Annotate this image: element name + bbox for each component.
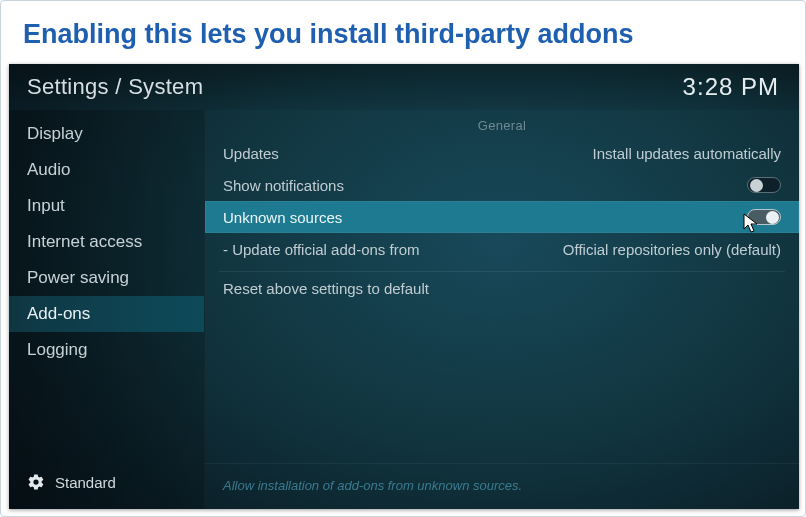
sidebar-item-audio[interactable]: Audio — [9, 152, 204, 188]
settings-level-button[interactable]: Standard — [9, 459, 204, 509]
section-title-general: General — [205, 110, 799, 137]
kodi-settings-window: Settings / System 3:28 PM Display Audio … — [9, 64, 799, 509]
sidebar-item-display[interactable]: Display — [9, 116, 204, 152]
row-update-official-addons[interactable]: - Update official add-ons from Official … — [205, 233, 799, 265]
settings-content: General Updates Install updates automati… — [205, 110, 799, 509]
sidebar-item-add-ons[interactable]: Add-ons — [9, 296, 204, 332]
breadcrumb[interactable]: Settings / System — [27, 74, 203, 100]
row-label: - Update official add-ons from — [223, 241, 420, 258]
toggle-unknown-sources[interactable] — [747, 209, 781, 225]
row-label: Reset above settings to default — [223, 280, 429, 297]
topbar: Settings / System 3:28 PM — [9, 64, 799, 110]
row-value: Official repositories only (default) — [563, 241, 781, 258]
sidebar: Display Audio Input Internet access Powe… — [9, 110, 205, 509]
clock: 3:28 PM — [683, 73, 779, 101]
sidebar-item-logging[interactable]: Logging — [9, 332, 204, 368]
settings-level-label: Standard — [55, 474, 116, 491]
toggle-show-notifications[interactable] — [747, 177, 781, 193]
sidebar-item-power-saving[interactable]: Power saving — [9, 260, 204, 296]
row-label: Show notifications — [223, 177, 344, 194]
row-reset-settings[interactable]: Reset above settings to default — [205, 272, 799, 304]
row-show-notifications[interactable]: Show notifications — [205, 169, 799, 201]
row-label: Unknown sources — [223, 209, 342, 226]
row-updates[interactable]: Updates Install updates automatically — [205, 137, 799, 169]
sidebar-item-input[interactable]: Input — [9, 188, 204, 224]
help-text: Allow installation of add-ons from unkno… — [205, 463, 799, 509]
sidebar-item-internet-access[interactable]: Internet access — [9, 224, 204, 260]
row-value: Install updates automatically — [593, 145, 781, 162]
instruction-caption: Enabling this lets you install third-par… — [1, 1, 805, 64]
row-unknown-sources[interactable]: Unknown sources — [205, 201, 799, 233]
gear-icon — [27, 473, 45, 491]
row-label: Updates — [223, 145, 279, 162]
